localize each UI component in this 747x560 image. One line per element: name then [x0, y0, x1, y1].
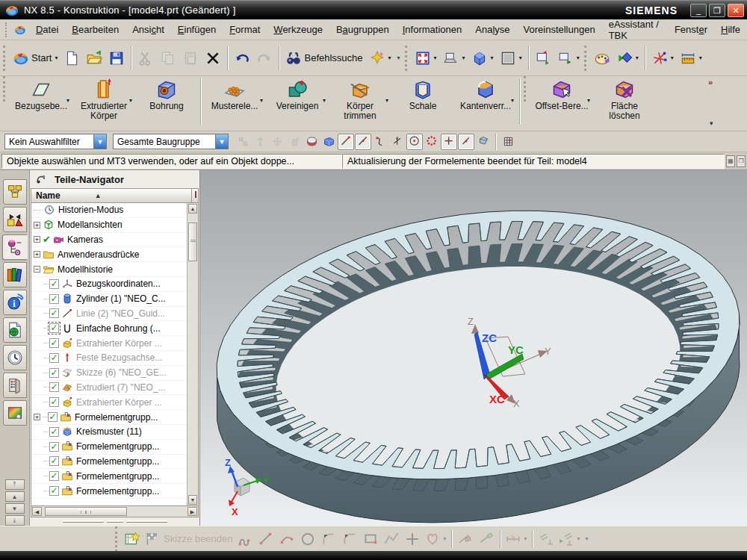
- menu-voreinstellungen[interactable]: Voreinstellungen: [517, 22, 602, 37]
- resource-scroll-button[interactable]: ▲: [5, 491, 25, 502]
- close-button[interactable]: ✕: [728, 4, 744, 17]
- visualization-button[interactable]: [591, 46, 613, 70]
- tree-row[interactable]: ✓Extrahierter Körper ...: [31, 336, 198, 351]
- tree-row[interactable]: ✓Formelementgrupp...: [31, 440, 198, 455]
- maximize-button[interactable]: ❐: [709, 4, 725, 17]
- chevron-down-icon[interactable]: ▾: [491, 55, 494, 61]
- effects-button[interactable]: ▾: [613, 46, 642, 70]
- chevron-down-icon[interactable]: ▾: [636, 55, 639, 61]
- chevron-down-icon[interactable]: ▾: [587, 96, 590, 105]
- chevron-down-icon[interactable]: ▾: [434, 55, 437, 61]
- menu-hilfe[interactable]: Hilfe: [714, 22, 747, 37]
- chevron-down-icon[interactable]: ▾: [129, 96, 132, 105]
- open-button[interactable]: [83, 46, 105, 70]
- chevron-down-icon[interactable]: ▾: [699, 55, 702, 61]
- ring-gear-model[interactable]: [217, 211, 740, 523]
- feature-checkbox[interactable]: ✓: [49, 308, 59, 318]
- profile-button[interactable]: [235, 529, 255, 550]
- select-related-button[interactable]: [235, 134, 251, 150]
- reuse-library-tab[interactable]: [3, 262, 27, 287]
- assembly-navigator-tab[interactable]: [3, 179, 27, 205]
- chevron-down-icon[interactable]: ▾: [710, 119, 713, 127]
- expand-plus-icon[interactable]: +: [34, 414, 40, 420]
- offset-region-button[interactable]: Offset-Bere...▾: [530, 76, 593, 111]
- toolbar-overflow-chevron[interactable]: »: [708, 78, 713, 87]
- fit-view-button[interactable]: ▾: [412, 46, 440, 70]
- tree-row[interactable]: +Anwenderausdrücke: [31, 247, 198, 262]
- tree-horizontal-scrollbar[interactable]: ◀ ▶: [31, 506, 199, 517]
- tree-row[interactable]: ✓Extrudiert (7) "NEO_...: [31, 381, 198, 396]
- snap-center-button[interactable]: [406, 134, 423, 150]
- chevron-down-icon[interactable]: ▾: [260, 96, 263, 105]
- datum-plane-button[interactable]: Bezugsebe...▾: [10, 76, 72, 111]
- web-browser-tab[interactable]: [3, 317, 27, 343]
- tree-row[interactable]: ✓Zylinder (1) "NEO_C...: [31, 292, 198, 307]
- expand-plus-icon[interactable]: +: [34, 251, 40, 258]
- chevron-down-icon[interactable]: ▾: [671, 55, 674, 61]
- feature-checkbox[interactable]: ✓: [49, 382, 59, 392]
- tree-row[interactable]: +Modellansichten: [31, 218, 198, 233]
- grid-snap-button[interactable]: [500, 134, 516, 150]
- snap-select-button[interactable]: [269, 134, 285, 150]
- display-mode-button[interactable]: ▾: [440, 46, 468, 70]
- selection-scope-combo[interactable]: Gesamte Baugruppe ▼: [113, 134, 229, 149]
- feature-checkbox[interactable]: ✓: [49, 397, 59, 407]
- command-search-button[interactable]: Befehlssuche: [282, 46, 365, 70]
- delete-face-button[interactable]: Flächelöschen: [593, 76, 656, 121]
- system-materials-tab[interactable]: [3, 373, 27, 398]
- window-layout-button[interactable]: [532, 46, 554, 70]
- menu-datei[interactable]: Datei: [29, 22, 65, 37]
- statusbar-dock-button[interactable]: ❒: [737, 155, 746, 167]
- toolbar-grip[interactable]: [584, 46, 589, 71]
- start-button[interactable]: Start▾: [10, 46, 61, 70]
- snap-tangent-button[interactable]: [372, 134, 388, 150]
- resource-scroll-button[interactable]: ▼: [5, 503, 25, 514]
- chevron-down-icon[interactable]: ▾: [577, 55, 580, 61]
- feature-checkbox[interactable]: ✓: [49, 353, 59, 363]
- sketch-in-task-button[interactable]: [122, 529, 143, 550]
- tree-row[interactable]: Historien-Modus: [31, 203, 198, 218]
- menu-format[interactable]: Format: [223, 22, 267, 37]
- feature-checkbox[interactable]: ✓: [49, 368, 59, 378]
- toolbar-grip[interactable]: [524, 76, 529, 102]
- menu-eassistant-tbk[interactable]: eAssistant / TBK: [602, 16, 668, 43]
- fillet-button[interactable]: [318, 529, 339, 550]
- scroll-left-icon[interactable]: ◀: [32, 507, 42, 516]
- toolbar-grip[interactable]: [3, 76, 8, 102]
- tree-row[interactable]: ✓Formelementgrupp...: [31, 484, 198, 499]
- scroll-down-icon[interactable]: ▼: [188, 495, 197, 505]
- tree-row[interactable]: ✓Formelementgrupp...: [31, 455, 198, 470]
- chevron-down-icon[interactable]: ▾: [397, 55, 400, 61]
- move-up-button[interactable]: [252, 134, 268, 150]
- snap-midpoint-button[interactable]: [355, 134, 371, 150]
- background-button[interactable]: ▾: [497, 46, 525, 70]
- chevron-down-icon[interactable]: ▾: [519, 55, 522, 61]
- quick-extend-button[interactable]: [476, 529, 497, 550]
- feature-checkbox[interactable]: ✓: [49, 294, 59, 304]
- circle-button[interactable]: [297, 529, 318, 550]
- hd3d-tool-tab[interactable]: i: [3, 290, 27, 315]
- snap-face-button[interactable]: [475, 134, 492, 150]
- graphics-viewport[interactable]: ZYXZCYCXCZYX: [200, 170, 747, 526]
- panel-splitter[interactable]: [30, 517, 199, 526]
- menu-fenster[interactable]: Fenster: [668, 22, 714, 37]
- tree-row[interactable]: ✓Bezugskoordinaten...: [31, 277, 198, 292]
- chamfer-button[interactable]: [339, 529, 360, 550]
- chevron-down-icon[interactable]: ▾: [462, 55, 465, 61]
- chevron-down-icon[interactable]: ▼: [93, 134, 106, 149]
- resource-scroll-button[interactable]: ⤒: [5, 479, 25, 490]
- toolbar-grip[interactable]: [3, 46, 8, 71]
- tree-row[interactable]: ✓Kreismuster (11): [31, 425, 198, 440]
- scroll-right-icon[interactable]: ▶: [187, 507, 197, 516]
- paste-button[interactable]: [179, 46, 202, 70]
- tree-row[interactable]: −Modellhistorie: [31, 262, 198, 277]
- chevron-down-icon[interactable]: ▾: [323, 96, 326, 105]
- feature-checkbox[interactable]: ✓: [49, 279, 59, 289]
- constraint-navigator-tab[interactable]: [3, 207, 27, 232]
- gear-model-canvas[interactable]: ZYXZCYCXCZYX: [200, 170, 747, 526]
- menu-werkzeuge[interactable]: Werkzeuge: [267, 22, 329, 37]
- feature-checkbox[interactable]: ✓: [49, 486, 59, 496]
- tree-column-header[interactable]: Name ▲: [31, 188, 199, 203]
- feature-checkbox[interactable]: ✓: [49, 338, 59, 348]
- cut-button[interactable]: [134, 46, 157, 70]
